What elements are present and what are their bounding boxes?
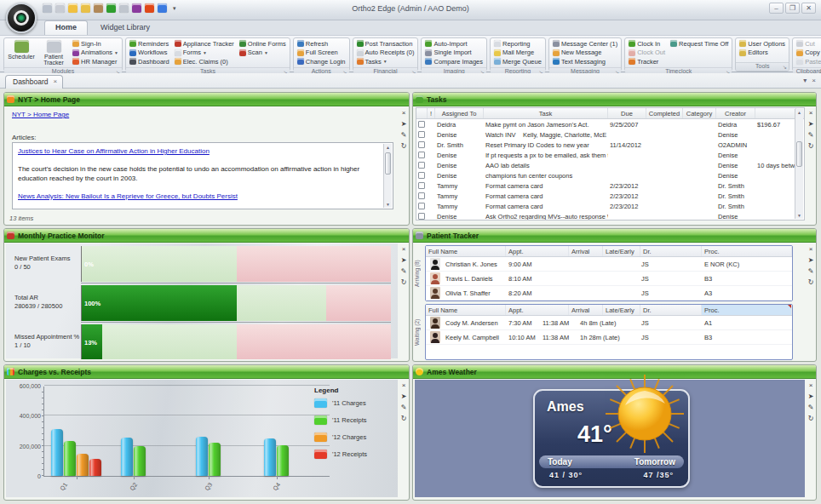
- ribbon-button-scheduler[interactable]: Scheduler: [6, 39, 37, 66]
- column-header-arrival[interactable]: Arrival: [569, 246, 603, 256]
- column-header-late-early[interactable]: Late/Early: [603, 305, 640, 315]
- patient-row[interactable]: Cody M. Andersen7:30 AM11:38 AM4h 8m (La…: [426, 316, 792, 330]
- scroll-down-icon[interactable]: ▼: [384, 202, 392, 207]
- ribbon-tab-home[interactable]: Home: [44, 20, 88, 35]
- ribbon-button-online-forms[interactable]: Online Forms: [238, 39, 288, 49]
- column-header-dr[interactable]: Dr.: [640, 246, 702, 256]
- edit-icon[interactable]: ✎: [808, 268, 814, 275]
- refresh-icon[interactable]: ↻: [808, 415, 814, 422]
- ribbon-tab-widget-library[interactable]: Widget Library: [89, 20, 161, 35]
- patient-row[interactable]: Travis L. Daniels8:10 AMJSB3: [426, 272, 792, 286]
- refresh-icon[interactable]: ↻: [401, 415, 407, 422]
- task-row[interactable]: Dr. SmithReset Primary ID Codes to new y…: [416, 140, 804, 150]
- ribbon-button-dashboard[interactable]: Dashboard: [128, 57, 171, 66]
- column-header-late-early[interactable]: Late/Early: [603, 246, 640, 256]
- tab-dashboard[interactable]: Dashboard ×: [5, 75, 63, 89]
- article-link[interactable]: News Analysis: New Bailout Is a Reprieve…: [18, 192, 381, 200]
- task-checkbox[interactable]: [418, 203, 425, 209]
- task-row[interactable]: TammyFormat camera card2/23/2012Dr. Smit…: [416, 191, 804, 201]
- dialog-launcher-icon[interactable]: ↘: [783, 64, 787, 70]
- task-row[interactable]: DeniseAAO lab detailsDenise10 days betwe…: [416, 160, 804, 170]
- ribbon-button-clock-in[interactable]: Clock In: [627, 39, 667, 49]
- task-row[interactable]: DeidraMake pymt on Jason Jameson's Act.9…: [416, 119, 804, 129]
- pin-icon[interactable]: ➤: [401, 393, 407, 400]
- ribbon-button-post-transaction[interactable]: Post Transaction: [355, 39, 416, 49]
- scroll-down-icon[interactable]: ▼: [795, 213, 803, 218]
- ribbon-button-workflows[interactable]: Workflows: [128, 49, 171, 58]
- refresh-icon[interactable]: ↻: [808, 143, 814, 150]
- tab-close-icon[interactable]: ×: [54, 77, 58, 89]
- ribbon-button-editors[interactable]: Editors: [738, 49, 787, 58]
- task-checkbox[interactable]: [418, 141, 425, 148]
- ribbon-button-refresh[interactable]: Refresh: [296, 39, 347, 49]
- pin-icon[interactable]: ➤: [401, 121, 407, 128]
- column-header-appt[interactable]: Appt.: [506, 305, 569, 315]
- task-checkbox[interactable]: [418, 182, 425, 189]
- task-row[interactable]: DeniseWatch INV Kelly, Maggie, Charlotte…: [416, 129, 804, 140]
- ribbon-button-animations[interactable]: Animations▼: [71, 49, 120, 58]
- refresh-icon[interactable]: ↻: [401, 279, 407, 286]
- ribbon-button-hr-manager[interactable]: HR Manager: [71, 57, 120, 66]
- widget-header[interactable]: NYT > Home Page: [4, 93, 409, 106]
- ribbon-button-reminders[interactable]: Reminders: [128, 39, 171, 49]
- column-header-full-name[interactable]: Full Name: [426, 246, 506, 256]
- widget-header[interactable]: Patient Tracker: [413, 229, 816, 243]
- ribbon-button-request-time-off[interactable]: Request Time Off: [669, 39, 730, 49]
- column-header-arrival[interactable]: Arrival: [569, 305, 603, 315]
- ribbon-button-text-messaging[interactable]: Text Messaging: [551, 57, 619, 66]
- ribbon-button-full-screen[interactable]: Full Screen: [296, 49, 347, 58]
- pin-icon[interactable]: ➤: [808, 121, 814, 128]
- pin-icon[interactable]: ➤: [808, 257, 814, 264]
- minimize-button[interactable]: –: [769, 3, 784, 14]
- edit-icon[interactable]: ✎: [401, 268, 407, 275]
- ribbon-button-new-message[interactable]: New Message: [551, 49, 619, 58]
- column-header-proc[interactable]: Proc.: [702, 305, 792, 315]
- refresh-icon[interactable]: ↻: [808, 279, 814, 286]
- application-menu-button[interactable]: [6, 3, 37, 33]
- ribbon-button-single-import[interactable]: Single Import: [423, 49, 485, 58]
- ribbon-button-merge-queue[interactable]: Merge Queue: [492, 57, 543, 66]
- patient-row[interactable]: Olivia T. Shaffer8:20 AMJSA3: [426, 286, 792, 301]
- ribbon-button-auto-import[interactable]: Auto-Import: [423, 39, 485, 49]
- edit-icon[interactable]: ✎: [401, 132, 407, 139]
- ribbon-button-copy[interactable]: Copy: [795, 49, 821, 58]
- edit-icon[interactable]: ✎: [808, 404, 814, 411]
- scrollbar[interactable]: ▲ ▼: [383, 144, 392, 208]
- close-icon[interactable]: ×: [402, 246, 406, 253]
- task-row[interactable]: TammyFormat camera card2/23/2012Dr. Smit…: [416, 201, 804, 211]
- refresh-icon[interactable]: ↻: [401, 143, 407, 150]
- close-icon[interactable]: ×: [402, 110, 406, 117]
- task-checkbox[interactable]: [418, 213, 425, 220]
- task-checkbox[interactable]: [418, 172, 425, 179]
- ribbon-button-tracker[interactable]: Tracker: [627, 57, 667, 66]
- widget-header[interactable]: Charges vs. Receipts: [4, 365, 409, 379]
- close-icon[interactable]: ×: [809, 110, 813, 117]
- column-header-appt[interactable]: Appt.: [506, 246, 569, 256]
- edit-icon[interactable]: ✎: [401, 404, 407, 411]
- edit-icon[interactable]: ✎: [808, 132, 814, 139]
- widget-header[interactable]: Monthly Practice Monitor: [4, 229, 409, 243]
- scroll-thumb[interactable]: [385, 152, 391, 175]
- scroll-up-icon[interactable]: ▲: [795, 110, 803, 115]
- ribbon-button-appliance-tracker[interactable]: Appliance Tracker: [173, 39, 236, 49]
- ribbon-button-scan[interactable]: Scan▼: [238, 49, 288, 58]
- nyt-home-link[interactable]: NYT > Home Page: [12, 111, 69, 118]
- task-checkbox[interactable]: [418, 121, 425, 128]
- task-checkbox[interactable]: [418, 162, 425, 169]
- task-row[interactable]: TammyFormat camera card2/23/2012Dr. Smit…: [416, 180, 804, 191]
- ribbon-button-elec-claims-0[interactable]: Elec. Claims (0): [173, 57, 236, 66]
- patient-row[interactable]: Christian K. Jones9:00 AMJSE NOR (KC): [426, 257, 792, 272]
- ribbon-button-auto-receipts-0[interactable]: Auto Receipts (0): [355, 49, 416, 58]
- scrollbar[interactable]: ▲ ▼: [795, 109, 803, 219]
- scroll-thumb[interactable]: [796, 141, 802, 167]
- widget-header[interactable]: Tasks: [413, 93, 816, 106]
- tab-strip-close-icon[interactable]: ×: [812, 77, 816, 84]
- pin-icon[interactable]: ➤: [808, 393, 814, 400]
- task-checkbox[interactable]: [418, 152, 425, 158]
- task-checkbox[interactable]: [418, 131, 425, 138]
- column-header-dr[interactable]: Dr.: [640, 305, 702, 315]
- ribbon-button-user-options[interactable]: User Options: [738, 39, 787, 49]
- ribbon-button-message-center-1[interactable]: Message Center (1): [551, 39, 619, 49]
- close-button[interactable]: ✕: [801, 3, 816, 14]
- ribbon-button-compare-images[interactable]: Compare Images: [423, 57, 485, 66]
